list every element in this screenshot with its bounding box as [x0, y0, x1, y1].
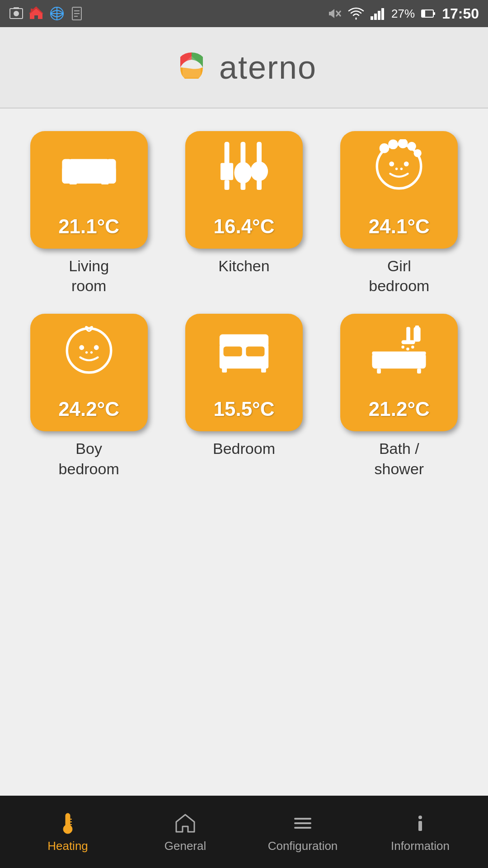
- room-item-kitchen[interactable]: 16.4°C Kitchen: [173, 131, 314, 296]
- svg-point-41: [404, 161, 409, 166]
- svg-rect-54: [261, 368, 266, 373]
- svg-rect-75: [418, 821, 422, 831]
- svg-point-59: [411, 346, 414, 349]
- nav-item-configuration[interactable]: Configuration: [244, 811, 361, 853]
- svg-point-74: [418, 816, 422, 819]
- svg-rect-26: [221, 163, 233, 180]
- svg-point-45: [79, 345, 84, 350]
- svg-rect-22: [69, 159, 108, 169]
- svg-rect-63: [377, 369, 381, 374]
- svg-rect-17: [433, 12, 435, 15]
- svg-point-44: [67, 329, 111, 373]
- boy-bedroom-label: Boy bedroom: [59, 439, 119, 478]
- app-header: aterno: [0, 27, 488, 108]
- svg-rect-2: [14, 7, 19, 9]
- svg-point-42: [395, 168, 398, 170]
- svg-rect-60: [414, 327, 421, 342]
- room-tile-bath-shower[interactable]: 21.2°C: [340, 314, 458, 431]
- svg-rect-15: [381, 8, 384, 20]
- svg-rect-14: [378, 11, 380, 20]
- app-logo-icon: [171, 47, 212, 88]
- nav-item-heating[interactable]: Heating: [9, 811, 127, 853]
- room-tile-kitchen[interactable]: 16.4°C: [185, 131, 303, 249]
- svg-point-39: [414, 149, 422, 157]
- nav-item-general[interactable]: General: [127, 811, 244, 853]
- room-grid: 21.1°C Living room: [18, 131, 470, 479]
- living-room-temp: 21.1°C: [58, 215, 119, 238]
- svg-point-35: [380, 143, 389, 153]
- room-tile-living-room[interactable]: 21.1°C: [30, 131, 148, 249]
- kitchen-label: Kitchen: [218, 256, 269, 276]
- svg-rect-55: [407, 327, 411, 342]
- room-tile-girl-bedroom[interactable]: 24.1°C: [340, 131, 458, 249]
- signal-icon: [371, 7, 385, 20]
- menu-icon: [291, 811, 315, 835]
- document-icon: [70, 6, 84, 21]
- bedroom-label: Bedroom: [213, 439, 275, 458]
- app-name: aterno: [219, 49, 317, 86]
- room-item-girl-bedroom[interactable]: 24.1°C Girl bedroom: [328, 131, 470, 296]
- svg-rect-62: [372, 352, 426, 355]
- room-item-bath-shower[interactable]: 21.2°C Bath / shower: [328, 314, 470, 478]
- bottom-nav: Heating General Configuration In: [0, 796, 488, 868]
- nav-label-heating: Heating: [47, 839, 88, 853]
- girl-bedroom-label: Girl bedroom: [369, 256, 429, 296]
- bath-shower-temp: 21.2°C: [369, 398, 430, 420]
- room-tile-bedroom[interactable]: 15.5°C: [185, 314, 303, 431]
- svg-rect-18: [422, 10, 425, 17]
- svg-rect-12: [371, 16, 373, 20]
- svg-rect-67: [66, 816, 69, 828]
- kitchen-temp: 16.4°C: [213, 215, 274, 238]
- room-item-boy-bedroom[interactable]: 24.2°C Boy bedroom: [18, 314, 160, 478]
- svg-rect-30: [240, 180, 245, 190]
- main-content: 21.1°C Living room: [0, 108, 488, 796]
- utensils-icon: [215, 139, 273, 193]
- boy-face-icon: [60, 322, 118, 376]
- status-bar-left: [9, 5, 84, 22]
- girl-face-icon: [370, 139, 428, 193]
- home-icon: [173, 811, 197, 835]
- svg-rect-53: [222, 368, 227, 373]
- thermometer-icon: [56, 811, 80, 835]
- svg-point-36: [388, 139, 398, 149]
- room-item-bedroom[interactable]: 15.5°C Bedroom: [173, 314, 314, 478]
- boy-bedroom-temp: 24.2°C: [58, 398, 119, 420]
- svg-rect-27: [225, 180, 230, 190]
- room-tile-boy-bedroom[interactable]: 24.2°C: [30, 314, 148, 431]
- status-bar-right: 27% 17:50: [327, 5, 479, 22]
- battery-text: 27%: [391, 7, 415, 21]
- svg-point-40: [389, 161, 394, 166]
- nav-item-information[interactable]: Information: [361, 811, 479, 853]
- bath-shower-label: Bath / shower: [375, 439, 424, 478]
- nav-label-configuration: Configuration: [268, 839, 338, 853]
- svg-rect-33: [257, 179, 262, 190]
- nav-label-general: General: [164, 839, 206, 853]
- svg-rect-23: [69, 179, 76, 184]
- svg-rect-56: [402, 340, 415, 344]
- svg-rect-13: [374, 14, 377, 20]
- bed-icon: [215, 322, 273, 376]
- svg-point-1: [14, 11, 19, 16]
- svg-rect-24: [101, 179, 108, 184]
- svg-rect-51: [223, 347, 242, 357]
- svg-rect-52: [246, 347, 264, 357]
- svg-rect-50: [220, 335, 268, 347]
- bath-icon: [370, 322, 428, 376]
- status-bar: 27% 17:50: [0, 0, 488, 27]
- svg-rect-64: [417, 369, 421, 374]
- svg-point-43: [400, 168, 403, 170]
- svg-point-47: [85, 351, 88, 354]
- svg-rect-61: [415, 326, 419, 329]
- svg-point-37: [398, 139, 408, 148]
- svg-point-32: [250, 161, 268, 181]
- bedroom-temp: 15.5°C: [213, 398, 274, 420]
- info-icon: [408, 811, 432, 835]
- room-item-living-room[interactable]: 21.1°C Living room: [18, 131, 160, 296]
- svg-point-48: [90, 351, 92, 354]
- svg-point-58: [407, 348, 410, 351]
- svg-point-38: [408, 142, 417, 151]
- girl-bedroom-temp: 24.1°C: [369, 215, 430, 238]
- status-time: 17:50: [442, 5, 479, 22]
- network-icon: [49, 5, 65, 22]
- logo: aterno: [171, 47, 317, 88]
